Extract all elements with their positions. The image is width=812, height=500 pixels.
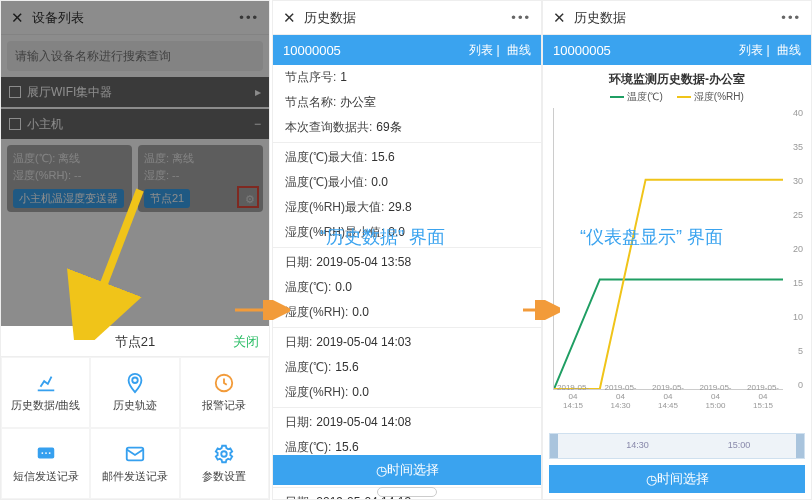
close-icon[interactable]: ✕ [11, 9, 24, 27]
data-row: 温度(℃)最小值:0.0 [273, 170, 541, 195]
device-id: 10000005 [283, 43, 341, 58]
tab-chart[interactable]: 曲线 [777, 43, 801, 57]
time-select-button[interactable]: ◷ 时间选择 [273, 455, 541, 485]
group-wifi[interactable]: 展厅WIFI集中器▸ [1, 77, 269, 107]
action-grid: 历史数据/曲线 历史轨迹 报警记录 短信发送记录 邮件发送记录 参数设置 [1, 357, 269, 499]
sms-icon [35, 443, 57, 465]
data-row: 本次查询数据共:69条 [273, 115, 541, 140]
nav-pill [377, 487, 437, 497]
data-row: 温度(℃)最大值:15.6 [273, 145, 541, 170]
device-id: 10000005 [553, 43, 611, 58]
id-bar: 10000005 列表 | 曲线 [273, 35, 541, 65]
caption: “仪表盘显示” 界面 [580, 225, 723, 249]
svg-point-0 [132, 378, 138, 384]
svg-point-5 [48, 452, 50, 454]
action-track[interactable]: 历史轨迹 [91, 358, 178, 427]
id-bar: 10000005 列表 | 曲线 [543, 35, 811, 65]
device-cards: 温度(℃): 离线 湿度(%RH): -- 小主机温湿度变送器 温度: 离线 湿… [1, 139, 269, 218]
device-card[interactable]: 温度: 离线 湿度: -- 节点21 ⚙ [138, 145, 263, 212]
data-row: 温度(℃):0.0 [273, 275, 541, 300]
panel-title: 历史数据 [574, 9, 626, 27]
time-slider[interactable]: 14:30 15:00 [549, 433, 805, 459]
slider-handle[interactable] [550, 434, 558, 458]
more-icon[interactable]: ••• [781, 10, 801, 25]
location-icon [124, 372, 146, 394]
tab-list[interactable]: 列表 [469, 43, 493, 57]
slider-handle[interactable] [796, 434, 804, 458]
panel-title: 设备列表 [32, 9, 84, 27]
device-card[interactable]: 温度(℃): 离线 湿度(%RH): -- 小主机温湿度变送器 [7, 145, 132, 212]
gear-highlight [237, 186, 259, 208]
tab-chart[interactable]: 曲线 [507, 43, 531, 57]
settings-icon [213, 443, 235, 465]
action-alarm[interactable]: 报警记录 [181, 358, 268, 427]
action-history[interactable]: 历史数据/曲线 [2, 358, 89, 427]
tab-list[interactable]: 列表 [739, 43, 763, 57]
history-list-panel: ✕ 历史数据 ••• 10000005 列表 | 曲线 节点序号:1节点名称:办… [272, 0, 542, 500]
svg-point-3 [41, 452, 43, 454]
data-row: 湿度(%RH):0.0 [273, 380, 541, 405]
caption: “历史数据” 界面 [320, 225, 445, 249]
data-row: 湿度(%RH):0.0 [273, 300, 541, 325]
data-row: 湿度(%RH)最大值:29.8 [273, 195, 541, 220]
chart-area: 4035302520151050 2019-05-0414:152019-05-… [549, 108, 805, 418]
data-row: 节点名称:办公室 [273, 90, 541, 115]
close-icon[interactable]: ✕ [553, 9, 566, 27]
time-select-button[interactable]: ◷ 时间选择 [549, 465, 805, 493]
close-button[interactable]: 关闭 [233, 333, 259, 351]
history-chart-panel: ✕ 历史数据 ••• 10000005 列表 | 曲线 环境监测历史数据-办公室… [542, 0, 812, 500]
sheet-title-bar: 节点21 关闭 [1, 327, 269, 357]
search-input[interactable]: 请输入设备名称进行搜索查询 [7, 41, 263, 71]
action-settings[interactable]: 参数设置 [181, 429, 268, 498]
alarm-icon [213, 372, 235, 394]
action-mail[interactable]: 邮件发送记录 [91, 429, 178, 498]
mail-icon [124, 443, 146, 465]
chart-icon [35, 372, 57, 394]
more-icon[interactable]: ••• [511, 10, 531, 25]
topbar: ✕ 历史数据 ••• [273, 1, 541, 35]
svg-point-4 [45, 452, 47, 454]
data-row: 日期:2019-05-04 14:08 [273, 410, 541, 435]
data-row: 日期:2019-05-04 13:58 [273, 250, 541, 275]
topbar: ✕ 历史数据 ••• [543, 1, 811, 35]
close-icon[interactable]: ✕ [283, 9, 296, 27]
group-host[interactable]: 小主机− [1, 109, 269, 139]
svg-point-7 [222, 451, 228, 457]
more-icon[interactable]: ••• [239, 10, 259, 25]
data-row: 日期:2019-05-04 14:03 [273, 330, 541, 355]
topbar: ✕ 设备列表 ••• [1, 1, 269, 35]
data-row: 温度(℃):15.6 [273, 355, 541, 380]
chart-title: 环境监测历史数据-办公室 [543, 65, 811, 90]
data-row: 节点序号:1 [273, 65, 541, 90]
chart-legend: 温度(℃) 湿度(%RH) [543, 90, 811, 108]
panel-title: 历史数据 [304, 9, 356, 27]
device-list-panel: ✕ 设备列表 ••• 请输入设备名称进行搜索查询 展厅WIFI集中器▸ 小主机−… [0, 0, 270, 500]
action-sms[interactable]: 短信发送记录 [2, 429, 89, 498]
